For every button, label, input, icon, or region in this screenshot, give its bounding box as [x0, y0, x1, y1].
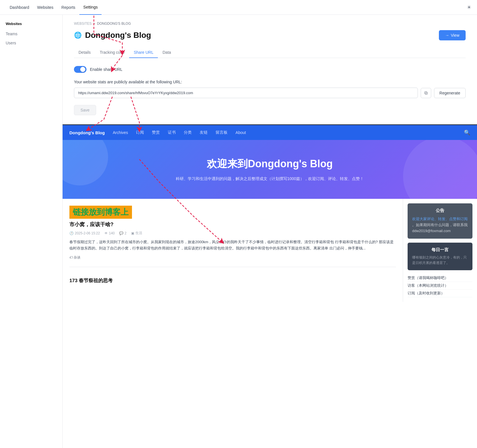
blog-nav-guestbook[interactable]: 留言板	[216, 130, 228, 135]
daily-quote-text: 哪有顷刻之间的心灰意冷，有的，只是日积月累的看透罢了。	[412, 255, 468, 266]
blog-hero-title: 欢迎来到Dongdong's Blog	[69, 157, 470, 171]
blog-brand: Dongdong's Blog	[69, 130, 105, 135]
enable-share-url-toggle[interactable]	[74, 66, 86, 73]
announcement-body: 。如果期间有什么问题，请联系我 ddw2019@foxmail.com	[412, 223, 468, 233]
category-icon: ▣	[131, 231, 134, 235]
copy-icon: ⧉	[424, 90, 428, 95]
post-1-views: 👁 140	[104, 231, 115, 235]
blog-nav-subscribe[interactable]: 订阅	[136, 130, 144, 135]
blog-content-area: 链接放到博客上 市小窝，应该干啥? 🕐 2025-2-06 15:22	[63, 199, 477, 302]
sidebar-item-users[interactable]: Users	[0, 38, 62, 48]
breadcrumb-separator: >	[93, 22, 95, 26]
announcement-widget: 公告 欢迎大家评论、转发、点赞和订阅 。如果期间有什么问题，请联系我 ddw20…	[408, 203, 472, 238]
arrow-right-icon: →	[445, 33, 449, 38]
footer-link-reward[interactable]: 赞赏（请我喝杯咖啡吧）	[408, 274, 472, 282]
post-1-category: ▣ 生活	[131, 231, 142, 236]
footer-link-visitors[interactable]: 访客（本网站浏览统计）	[408, 282, 472, 290]
view-button[interactable]: → View	[439, 30, 466, 40]
blog-nav-reward[interactable]: 赞赏	[152, 130, 160, 135]
url-field-row: ⧉ Regenerate	[74, 88, 466, 98]
post-1-date: 🕐 2025-2-06 15:22	[69, 231, 100, 235]
nav-settings[interactable]: Settings	[79, 0, 102, 15]
announcement-text: 欢迎大家评论、转发、点赞和订阅 。如果期间有什么问题，请联系我 ddw2019@…	[412, 216, 468, 234]
post-1-excerpt: 春节假期过完了，这昨天回到了所在城市的小窝。从我家到现在的城市，旅途2000km…	[69, 239, 396, 251]
globe-icon: 🌐	[74, 32, 82, 39]
post-1-title[interactable]: 市小窝，应该干啥?	[69, 221, 396, 228]
top-navigation: Dashboard Websites Reports Settings ☀	[0, 0, 477, 15]
blog-nav-category[interactable]: 分类	[184, 130, 192, 135]
sidebar: Websites Teams Users	[0, 15, 63, 448]
sidebar-item-teams[interactable]: Teams	[0, 29, 62, 38]
share-url-input[interactable]	[74, 88, 418, 98]
announcement-link[interactable]: 欢迎大家评论、转发、点赞和订阅	[412, 217, 468, 221]
blog-nav-friends[interactable]: 友链	[200, 130, 208, 135]
tabs-container: Details Tracking code Share URL Data	[74, 47, 466, 58]
clock-icon: 🕐	[69, 231, 74, 235]
post-card-1: 市小窝，应该干啥? 🕐 2025-2-06 15:22 👁 140	[69, 221, 396, 267]
footer-link-subscribe[interactable]: 订阅（及时收到更新）	[408, 290, 472, 297]
nav-reports[interactable]: Reports	[57, 0, 79, 15]
footer-links: 赞赏（请我喝杯咖啡吧） 访客（本网站浏览统计） 订阅（及时收到更新）	[408, 274, 472, 297]
yellow-banner: 链接放到博客上	[69, 206, 132, 219]
post-2-title[interactable]: 173 春节祭祖的思考	[69, 277, 396, 284]
post-1-tag: 🏷 杂谈	[69, 255, 396, 260]
nav-dashboard[interactable]: Dashboard	[6, 0, 33, 15]
sun-icon: ☀	[467, 5, 471, 10]
blog-navigation: Dongdong's Blog Archives 订阅 赞赏 证书 分类 友链 …	[63, 125, 477, 140]
breadcrumb-parent[interactable]: WEBSITES	[74, 22, 92, 26]
main-layout: Websites Teams Users WEBSITES > DONGDONG…	[0, 15, 477, 448]
daily-quote-widget: 每日一言 哪有顷刻之间的心灰意冷，有的，只是日积月累的看透罢了。	[408, 243, 472, 270]
nav-websites[interactable]: Websites	[33, 0, 57, 15]
post-card-2: 173 春节祭祖的思考	[69, 275, 396, 284]
tab-share-url[interactable]: Share URL	[129, 47, 158, 58]
save-button[interactable]: Save	[74, 105, 96, 115]
announcement-title: 公告	[412, 208, 468, 213]
content-area: WEBSITES > DONGDONG'S BLOG 🌐 Dongdong's …	[63, 15, 477, 448]
settings-panel: WEBSITES > DONGDONG'S BLOG 🌐 Dongdong's …	[63, 15, 477, 125]
enable-share-url-row: Enable share URL	[74, 66, 466, 73]
breadcrumb: WEBSITES > DONGDONG'S BLOG	[74, 22, 466, 26]
yellow-banner-text: 链接放到博客上	[73, 208, 129, 216]
blog-nav-archives[interactable]: Archives	[113, 130, 128, 135]
copy-url-button[interactable]: ⧉	[421, 88, 431, 98]
post-1-meta: 🕐 2025-2-06 15:22 👁 140 💬 2	[69, 231, 396, 236]
website-title: Dongdong's Blog	[85, 31, 151, 40]
view-button-label: View	[451, 33, 459, 38]
sidebar-section-title: Websites	[0, 22, 62, 29]
toggle-knob	[80, 67, 85, 72]
tab-tracking-code[interactable]: Tracking code	[95, 47, 129, 58]
tab-data[interactable]: Data	[158, 47, 175, 58]
eye-icon: 👁	[104, 231, 108, 235]
blog-sidebar: 公告 欢迎大家评论、转发、点赞和订阅 。如果期间有什么问题，请联系我 ddw20…	[403, 199, 477, 302]
toggle-label: Enable share URL	[90, 67, 122, 72]
blog-nav-about[interactable]: About	[236, 130, 246, 135]
website-title-row: 🌐 Dongdong's Blog	[74, 31, 151, 40]
comment-icon: 💬	[119, 231, 123, 235]
blog-nav-cert[interactable]: 证书	[168, 130, 176, 135]
tag-icon: 🏷	[69, 255, 73, 259]
daily-quote-title: 每日一言	[412, 247, 468, 253]
breadcrumb-current: DONGDONG'S BLOG	[97, 22, 131, 26]
website-header: 🌐 Dongdong's Blog → View	[74, 30, 466, 40]
search-icon[interactable]: 🔍	[464, 129, 470, 136]
tab-details[interactable]: Details	[74, 47, 95, 58]
regenerate-button[interactable]: Regenerate	[434, 88, 466, 98]
blog-hero: 欢迎来到Dongdong's Blog 科研、学习和生活中遇到的问题，解决之后整…	[63, 140, 477, 199]
post-1-comments: 💬 2	[119, 231, 127, 235]
blog-hero-subtitle: 科研、学习和生活中遇到的问题，解决之后整理成文（计划撰写1000篇），欢迎订阅、…	[69, 176, 470, 182]
blog-main: 链接放到博客上 市小窝，应该干啥? 🕐 2025-2-06 15:22	[63, 199, 403, 302]
url-description: Your website stats are publicly availabl…	[74, 80, 466, 84]
theme-toggle[interactable]: ☀	[467, 4, 471, 11]
blog-preview: Dongdong's Blog Archives 订阅 赞赏 证书 分类 友链 …	[63, 125, 477, 302]
